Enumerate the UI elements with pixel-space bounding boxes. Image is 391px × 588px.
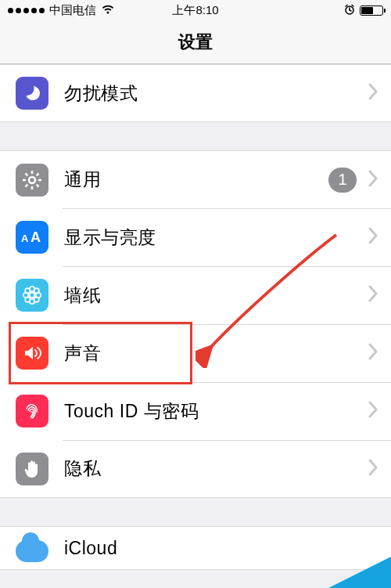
- svg-point-1: [29, 177, 35, 183]
- cell-privacy[interactable]: 隐私: [0, 440, 391, 498]
- carrier-label: 中国电信: [49, 3, 96, 18]
- cell-label: 勿扰模式: [64, 81, 368, 106]
- cell-label: 显示与亮度: [64, 225, 368, 250]
- svg-text:A: A: [30, 229, 41, 245]
- svg-line-6: [26, 173, 28, 175]
- chevron-right-icon: [368, 285, 378, 305]
- svg-point-17: [25, 288, 30, 293]
- cell-label: iCloud: [64, 538, 385, 559]
- svg-line-7: [37, 184, 39, 186]
- settings-screen: 中国电信 上午8:10 设置 勿扰模式: [0, 0, 391, 588]
- cell-wallpaper[interactable]: 墙纸: [0, 266, 391, 324]
- gear-icon: [16, 164, 48, 197]
- svg-point-19: [25, 298, 30, 302]
- svg-point-12: [30, 293, 34, 298]
- svg-point-20: [34, 298, 39, 302]
- clock: 上午8:10: [172, 3, 218, 18]
- svg-line-8: [26, 184, 28, 186]
- svg-line-9: [37, 173, 39, 175]
- status-right: [344, 4, 383, 17]
- battery-icon: [360, 5, 383, 16]
- group-main: 通用 1 AA 显示与亮度 墙纸 声音: [0, 150, 391, 498]
- chevron-right-icon: [368, 459, 378, 479]
- nav-bar: 设置: [0, 20, 391, 64]
- alarm-icon: [344, 4, 355, 17]
- cell-display[interactable]: AA 显示与亮度: [0, 208, 391, 266]
- svg-text:A: A: [21, 233, 29, 244]
- status-bar: 中国电信 上午8:10: [0, 0, 391, 20]
- cell-general[interactable]: 通用 1: [0, 150, 391, 208]
- group-dnd: 勿扰模式: [0, 64, 391, 122]
- moon-icon: [16, 77, 48, 110]
- fingerprint-icon: [16, 395, 48, 427]
- chevron-right-icon: [368, 83, 378, 103]
- cell-label: 隐私: [64, 456, 368, 481]
- speaker-icon: [16, 337, 48, 370]
- cloud-icon: [16, 534, 48, 562]
- svg-point-18: [34, 288, 39, 293]
- cell-dnd[interactable]: 勿扰模式: [0, 64, 391, 122]
- wifi-icon: [101, 4, 115, 17]
- chevron-right-icon: [368, 227, 378, 247]
- cell-label: Touch ID 与密码: [64, 399, 368, 424]
- flower-icon: [16, 279, 48, 312]
- cell-label: 墙纸: [64, 283, 368, 308]
- cell-sounds[interactable]: 声音: [0, 324, 391, 382]
- corner-decoration: [328, 557, 391, 588]
- page-title: 设置: [178, 31, 213, 54]
- chevron-right-icon: [368, 170, 378, 190]
- cell-touchid[interactable]: Touch ID 与密码: [0, 382, 391, 440]
- chevron-right-icon: [368, 343, 378, 363]
- cell-label: 通用: [64, 168, 328, 192]
- hand-icon: [16, 453, 48, 485]
- text-size-icon: AA: [16, 221, 48, 254]
- signal-dots: [8, 8, 45, 13]
- status-left: 中国电信: [8, 3, 115, 18]
- badge: 1: [328, 168, 357, 193]
- cell-label: 声音: [64, 341, 368, 366]
- chevron-right-icon: [368, 401, 378, 421]
